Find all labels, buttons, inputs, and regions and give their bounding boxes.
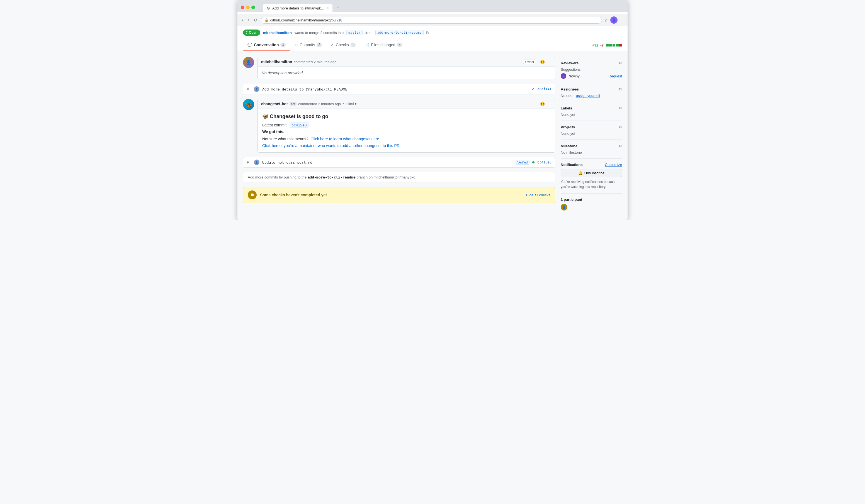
pr-head-branch[interactable]: add-more-to-cli-readme xyxy=(376,30,424,35)
comment-more-button[interactable]: … xyxy=(547,59,552,64)
pr-base-branch[interactable]: master xyxy=(346,30,362,35)
pr-author[interactable]: mitchellhamilton xyxy=(263,31,292,35)
conversation-tab-icon: 💬 xyxy=(247,43,252,47)
reviewers-suggestions-label: Suggestions xyxy=(561,67,622,72)
address-bar[interactable]: 🔒 github.com/mitchellhamilton/manypkg/pu… xyxy=(261,17,602,24)
active-tab[interactable]: ⊙ Add more details to @manypk… × xyxy=(263,4,333,12)
latest-commit-sha[interactable]: bc415e0 xyxy=(290,122,309,128)
pr-from-text: from xyxy=(365,31,372,35)
push-notice-suffix: branch on mitchellhamilton/manypkg. xyxy=(356,175,416,179)
tab-close-btn[interactable]: × xyxy=(326,6,328,10)
files-tab-count: 4 xyxy=(397,43,402,47)
pr-body: 👤 mitchellhamilton commented 2 minutes a… xyxy=(238,51,627,220)
projects-gear-button[interactable]: ⚙ xyxy=(619,125,622,129)
address-bar-row: ‹ › ↺ 🔒 github.com/mitchellhamilton/many… xyxy=(238,14,627,26)
request-review-link[interactable]: Request xyxy=(609,74,622,78)
notifications-section: Notifications Customize 🔔 Unsubscribe Yo… xyxy=(561,159,622,194)
labels-gear-button[interactable]: ⚙ xyxy=(619,106,622,110)
diff-seg-3 xyxy=(612,44,615,47)
main-comment-content: No description provided. xyxy=(258,67,555,79)
projects-value: None yet xyxy=(561,131,622,136)
comment-actions: +😊 … xyxy=(538,59,552,64)
maintainer-row: Click here if you're a maintainer who wa… xyxy=(262,143,550,148)
checks-tab-count: 1 xyxy=(350,43,356,47)
assignees-gear-button[interactable]: ⚙ xyxy=(619,87,622,91)
maintainer-link[interactable]: Click here if you're a maintainer who wa… xyxy=(262,143,400,148)
tab-commits[interactable]: ⊙ Commits 2 xyxy=(290,39,326,51)
copy-branch-icon[interactable]: ⎘ xyxy=(426,31,429,35)
emoji-react-button[interactable]: +😊 xyxy=(538,60,545,64)
participant-avatar-1[interactable]: 👤 xyxy=(561,204,567,211)
not-sure-text: Not sure what this means? xyxy=(262,137,309,141)
participants-list: 👤 xyxy=(561,204,622,211)
projects-section: Projects ⚙ None yet xyxy=(561,121,622,140)
checks-banner-text: Some checks haven't completed yet xyxy=(260,193,523,197)
labels-value: None yet xyxy=(561,113,622,117)
browser-window: ⊙ Add more details to @manypk… × + ‹ › ↺… xyxy=(238,0,627,220)
labels-title-row: Labels ⚙ xyxy=(561,106,622,110)
participants-title: 1 participant xyxy=(561,197,582,202)
minimize-traffic-light[interactable] xyxy=(246,5,250,9)
lock-icon: 🔒 xyxy=(264,18,269,22)
commits-tab-label: Commits xyxy=(300,43,315,47)
diff-stats: +32 −7 xyxy=(592,43,622,47)
diff-seg-1 xyxy=(606,44,609,47)
maximize-traffic-light[interactable] xyxy=(251,5,255,9)
commit-check-icon: ✔ xyxy=(531,87,534,91)
main-comment-author[interactable]: mitchellhamilton xyxy=(261,60,292,64)
assign-yourself-link[interactable]: assign yourself xyxy=(576,94,600,98)
bot-comment-body: changeset-bot bot commented 2 minutes ag… xyxy=(257,99,555,153)
projects-title-row: Projects ⚙ xyxy=(561,125,622,129)
bookmark-button[interactable]: ☆ xyxy=(604,17,608,23)
forward-button[interactable]: › xyxy=(246,17,250,23)
push-notice-prefix: Add more commits by pushing to the xyxy=(248,175,307,179)
verified-badge: Verified xyxy=(516,160,530,165)
customize-notifications-link[interactable]: Customize xyxy=(605,163,622,167)
bot-emoji-react-button[interactable]: +😊 xyxy=(538,102,545,106)
notifications-title: Notifications xyxy=(561,163,583,167)
main-comment-time: commented 2 minutes ago xyxy=(294,60,336,64)
diff-seg-2 xyxy=(609,44,612,47)
reviewer-row: N Noviny Request xyxy=(561,73,622,79)
reviewers-gear-button[interactable]: ⚙ xyxy=(619,61,622,65)
commits-tab-icon: ⊙ xyxy=(295,43,298,47)
bot-comment-more-button[interactable]: … xyxy=(547,101,552,106)
bot-comment-edited[interactable]: • edited ▾ xyxy=(343,102,356,106)
commit-dot xyxy=(532,161,534,163)
browser-menu-button[interactable]: ⋮ xyxy=(620,17,624,23)
reload-button[interactable]: ↺ xyxy=(253,17,258,23)
close-traffic-light[interactable] xyxy=(241,5,244,9)
profile-avatar[interactable]: 👤 xyxy=(610,16,618,24)
participants-section: 1 participant 👤 xyxy=(561,194,622,214)
bot-comment-author[interactable]: changeset-bot xyxy=(261,102,288,106)
milestone-title-row: Milestone ⚙ xyxy=(561,144,622,148)
commit-sha-2[interactable]: bc415e0 xyxy=(537,160,552,164)
commit-list-2: ◈ 👤 Update hot-cars-sort.md Verified bc4… xyxy=(243,157,555,168)
tab-conversation[interactable]: 💬 Conversation 1 xyxy=(243,39,290,51)
changeset-content: 🦋 Changeset is good to go Latest commit:… xyxy=(258,109,555,152)
tab-files-changed[interactable]: 📄 Files changed 4 xyxy=(360,39,406,51)
commit-message-2[interactable]: Update hot-cars-sort.md xyxy=(262,160,513,165)
unsubscribe-icon: 🔔 xyxy=(578,171,583,175)
new-tab-btn[interactable]: + xyxy=(334,3,342,12)
back-button[interactable]: ‹ xyxy=(241,17,244,23)
tab-checks[interactable]: ✓ Checks 1 xyxy=(326,39,360,51)
pr-status-badge: ⤴ Open xyxy=(243,30,260,36)
conversation-tab-count: 1 xyxy=(280,43,286,47)
commit-connector-icon: ◈ xyxy=(246,87,251,91)
commit-message-1[interactable]: Add more details to @manypkg/cli README xyxy=(262,87,529,91)
hide-checks-button[interactable]: Hide all checks xyxy=(526,193,550,197)
commit-sha-1[interactable]: a0af141 xyxy=(537,87,552,91)
milestone-gear-button[interactable]: ⚙ xyxy=(619,144,622,148)
pr-main: 👤 mitchellhamilton commented 2 minutes a… xyxy=(243,57,555,214)
commit-connector-icon-2: ◈ xyxy=(246,160,251,165)
milestone-section: Milestone ⚙ No milestone xyxy=(561,140,622,159)
checks-tab-icon: ✓ xyxy=(331,43,334,47)
reviewer-name[interactable]: Noviny xyxy=(568,74,580,78)
learn-changesets-link[interactable]: Click here to learn what changesets are. xyxy=(311,137,380,141)
browser-chrome: ⊙ Add more details to @manypk… × + xyxy=(238,0,627,12)
unsubscribe-button[interactable]: 🔔 Unsubscribe xyxy=(561,169,622,177)
latest-commit-label: Latest commit: xyxy=(262,123,288,127)
assignees-section: Assignees ⚙ No one—assign yourself xyxy=(561,83,622,102)
traffic-lights xyxy=(241,5,255,9)
